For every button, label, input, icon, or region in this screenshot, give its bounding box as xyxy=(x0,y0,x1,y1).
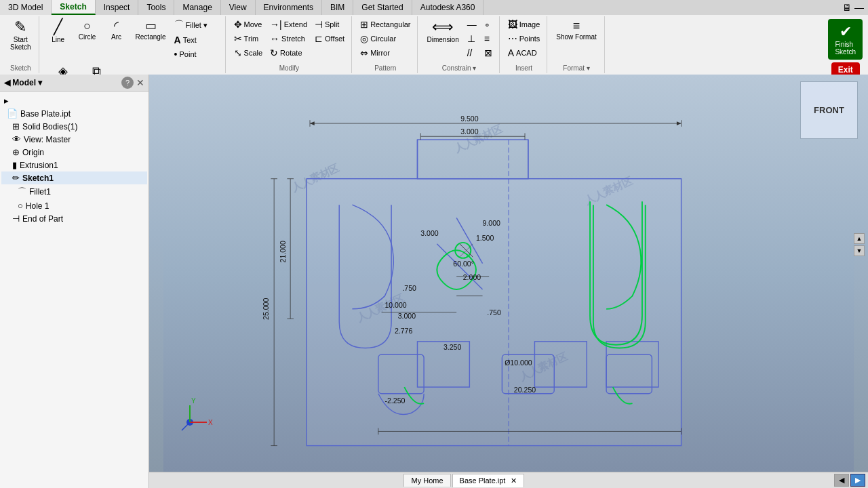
show-format-button[interactable]: ≡ Show Format xyxy=(553,18,599,43)
tree-item-extrusion[interactable]: ▮ Extrusion1 xyxy=(1,159,147,171)
offset-button[interactable]: ⊏ Offset xyxy=(312,32,347,45)
start-sketch-button[interactable]: ✎ StartSketch xyxy=(7,18,35,53)
finish-sketch-button[interactable]: ✔ FinishSketch xyxy=(828,19,863,60)
sketch-outline xyxy=(307,140,681,446)
trim-label: Trim xyxy=(244,35,259,43)
trim-button[interactable]: ✂ Trim xyxy=(231,32,266,45)
fillet-tree-label: Fillet1 xyxy=(29,187,51,197)
solid-icon: ⊞ xyxy=(12,121,20,131)
exit-label: Exit xyxy=(838,65,853,75)
constrain-btn5[interactable]: ≡ xyxy=(481,32,495,45)
arc-button[interactable]: ◜ Arc xyxy=(103,18,130,43)
split-button[interactable]: ⊣ Split xyxy=(312,18,347,31)
extend-button[interactable]: →| Extend xyxy=(267,18,310,31)
close-panel-button[interactable]: ✕ xyxy=(136,77,144,88)
rectangular-button[interactable]: ⊞ Rectangular xyxy=(357,18,413,31)
circle-button[interactable]: ○ Circle xyxy=(74,18,101,43)
extend-label: Extend xyxy=(284,20,307,28)
scroll-down-btn[interactable]: ▼ xyxy=(854,245,865,256)
help-button[interactable]: ? xyxy=(121,77,134,89)
scale-button[interactable]: ⤡ Scale xyxy=(231,46,266,60)
tree-item-end[interactable]: ⊣ End of Part xyxy=(1,212,147,225)
rectangle-button[interactable]: ▭ Rectangle xyxy=(132,18,170,43)
stretch-button[interactable]: ↔ Stretch xyxy=(267,32,310,45)
scroll-up-btn[interactable]: ▲ xyxy=(854,233,865,244)
my-home-tab[interactable]: My Home xyxy=(403,474,450,487)
tab-view[interactable]: View xyxy=(221,0,256,15)
model-root-item[interactable]: ▸ xyxy=(1,94,147,107)
tree-item-view[interactable]: 👁 View: Master xyxy=(1,133,147,146)
drawing-canvas[interactable]: 人人素材区 人人素材区 人人素材区 人人素材区 人人素材区 xyxy=(149,75,868,472)
text-button[interactable]: A Text xyxy=(172,33,210,47)
nav-prev-btn[interactable]: ◀ xyxy=(834,474,849,487)
pattern-group: ⊞ Rectangular ◎ Circular ⇔ Mirror Patter… xyxy=(353,16,418,73)
tab-bim[interactable]: BIM xyxy=(322,0,353,15)
dim-diameter: Ø10.000 xyxy=(505,359,532,367)
tree-item-hole[interactable]: ○ Hole 1 xyxy=(1,199,147,212)
split-label: Split xyxy=(325,20,339,28)
tab-autodesk[interactable]: Autodesk A360 xyxy=(412,0,484,15)
circle-icon: ○ xyxy=(83,20,91,32)
constrain-btn1[interactable]: — xyxy=(465,18,479,31)
view-cube[interactable]: FRONT xyxy=(800,81,858,139)
move-button[interactable]: ✥ Move xyxy=(231,18,266,31)
fillet-label: Fillet ▾ xyxy=(186,21,208,30)
tab-inspect[interactable]: Inspect xyxy=(96,0,139,15)
dim-10000: 10.000 xyxy=(384,301,406,309)
point-button[interactable]: • Point xyxy=(172,47,210,61)
constrain-btn6[interactable]: ⊠ xyxy=(481,46,495,60)
hole-label: Hole 1 xyxy=(26,201,50,211)
constrain-btn2[interactable]: ⊥ xyxy=(465,32,479,45)
tab-tools[interactable]: Tools xyxy=(138,0,174,15)
constrain-btn3[interactable]: // xyxy=(465,46,479,60)
tree-item-solid[interactable]: ⊞ Solid Bodies(1) xyxy=(1,120,147,133)
main-canvas[interactable]: 人人素材区 人人素材区 人人素材区 人人素材区 人人素材区 xyxy=(149,75,868,472)
right-scroll[interactable]: ▲ ▼ xyxy=(854,233,865,256)
mirror-button[interactable]: ⇔ Mirror xyxy=(357,46,413,60)
acad-icon: A xyxy=(508,47,514,58)
arc-icon: ◜ xyxy=(114,20,119,32)
rotate-button[interactable]: ↻ Rotate xyxy=(267,46,310,60)
window-icon[interactable]: 🖥 xyxy=(842,2,852,13)
dim-750b: .750 xyxy=(487,308,501,317)
tab-get-started[interactable]: Get Started xyxy=(353,0,412,15)
fillet-button[interactable]: ⌒ Fillet ▾ xyxy=(172,18,210,33)
tree-item-fillet[interactable]: ⌒ Fillet1 xyxy=(1,184,147,199)
tree-item-origin[interactable]: ⊕ Origin xyxy=(1,146,147,159)
extend-icon: →| xyxy=(270,19,282,30)
base-plate-label: Base Plate.ipt xyxy=(460,476,506,485)
acad-label: ACAD xyxy=(516,49,537,57)
tab-manage[interactable]: Manage xyxy=(174,0,220,15)
pattern-buttons: ⊞ Rectangular ◎ Circular ⇔ Mirror xyxy=(357,18,413,62)
tab-sketch[interactable]: Sketch xyxy=(52,0,95,15)
tree-view: ▸ 📄 Base Plate.ipt ⊞ Solid Bodies(1) 👁 V… xyxy=(0,92,149,228)
line-icon: ╱ xyxy=(54,20,62,35)
acad-button[interactable]: A ACAD xyxy=(505,46,543,60)
constrain-btn4[interactable]: ∘ xyxy=(481,18,495,31)
nav-next-btn[interactable]: ▶ xyxy=(850,474,865,487)
format-group: ≡ Show Format Format ▾ xyxy=(549,16,604,73)
tab-bar: 3D Model Sketch Inspect Tools Manage Vie… xyxy=(0,0,868,15)
points-button[interactable]: ⋯ Points xyxy=(505,32,543,45)
rotate-icon: ↻ xyxy=(270,47,278,58)
image-button[interactable]: 🖼 Image xyxy=(505,18,543,31)
base-plate-tab[interactable]: Base Plate.ipt ✕ xyxy=(452,474,525,487)
circular-pattern-button[interactable]: ◎ Circular xyxy=(357,32,413,45)
point-icon: • xyxy=(174,49,178,60)
trim-icon: ✂ xyxy=(234,33,242,44)
tab-3d-model[interactable]: 3D Model xyxy=(0,0,52,15)
stretch-icon: ↔ xyxy=(270,33,279,44)
dimension-button[interactable]: ⟺ Dimension xyxy=(423,18,462,45)
line-button[interactable]: ╱ Line xyxy=(45,18,72,45)
dim-3000-mid: 3.000 xyxy=(420,229,439,237)
dim-1500: 1.500 xyxy=(476,234,494,242)
ribbon: 3D Model Sketch Inspect Tools Manage Vie… xyxy=(0,0,868,75)
tab-environments[interactable]: Environments xyxy=(256,0,322,15)
minimize-icon[interactable]: — xyxy=(854,2,864,13)
tree-item-file[interactable]: 📄 Base Plate.ipt xyxy=(1,107,147,120)
tree-item-sketch1[interactable]: ✏ Sketch1 xyxy=(1,171,147,184)
mirror-label: Mirror xyxy=(370,49,390,57)
format-buttons: ≡ Show Format xyxy=(553,18,599,62)
dim-2000: 2.000 xyxy=(463,273,481,281)
close-tab-btn[interactable]: ✕ xyxy=(511,476,517,485)
